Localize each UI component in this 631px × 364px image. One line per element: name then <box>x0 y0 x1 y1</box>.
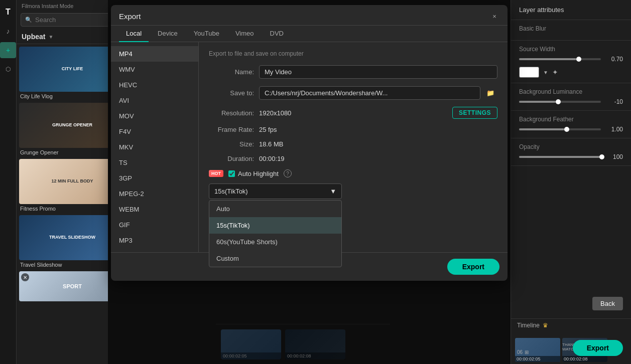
opacity-value: 100 <box>605 153 623 160</box>
category-label: Upbeat <box>22 33 45 41</box>
left-panel: T ♪ + ⬡ Filmora Instant Mode 🔍 Upbeat ▼ … <box>0 0 108 364</box>
color-row: ▼ ✦ <box>519 67 623 78</box>
export-subtitle: Export to file and save on computer <box>209 50 497 57</box>
bg-feather-section: Background Feather 1.00 <box>511 111 631 138</box>
right-panel-title: Layer attributes <box>511 0 631 20</box>
dialog-title: Export <box>119 12 141 21</box>
name-label: Name: <box>209 68 254 76</box>
clip-thumb-06: 06 ⊞ 00:00:02:05 <box>515 338 560 362</box>
bg-feather-label: Background Feather <box>519 116 623 123</box>
close-icon[interactable]: ✕ <box>21 273 29 281</box>
dialog-body: MP4 WMV HEVC AVI MOV F4V MKV TS 3GP MPEG… <box>111 42 508 252</box>
help-icon[interactable]: ? <box>284 169 292 177</box>
opacity-slider[interactable] <box>519 156 601 158</box>
source-width-value: 0.70 <box>605 56 623 63</box>
format-mkv[interactable]: MKV <box>111 139 198 155</box>
dropdown-option-custom[interactable]: Custom <box>209 250 341 267</box>
source-width-slider-row: 0.70 <box>519 56 623 63</box>
search-icon: 🔍 <box>25 17 32 23</box>
frame-rate-value: 25 fps <box>259 126 497 133</box>
clip-time-06: 00:00:02:05 <box>515 356 560 362</box>
tab-youtube[interactable]: YouTube <box>187 26 226 42</box>
music-tool[interactable]: ♪ <box>0 23 16 39</box>
dropdown-option-auto[interactable]: Auto <box>209 201 341 217</box>
bg-luminance-value: -10 <box>605 98 623 105</box>
folder-icon[interactable]: 📁 <box>483 86 497 100</box>
text-tool[interactable]: T <box>0 4 16 20</box>
bg-luminance-slider-row: -10 <box>519 98 623 105</box>
size-value: 18.6 MB <box>259 140 497 148</box>
right-panel: Layer attributes Basic Blur Source Width… <box>511 0 631 364</box>
save-to-label: Save to: <box>209 89 254 97</box>
tab-dvd[interactable]: DVD <box>263 26 291 42</box>
auto-highlight-row: HOT Auto Highlight ? <box>209 169 497 177</box>
auto-highlight-text: Auto Highlight <box>238 170 279 177</box>
tab-local[interactable]: Local <box>119 26 149 42</box>
format-hevc[interactable]: HEVC <box>111 77 198 93</box>
color-swatch[interactable] <box>519 67 539 78</box>
bg-feather-slider-row: 1.00 <box>519 126 623 133</box>
size-row: Size: 18.6 MB <box>209 140 497 148</box>
source-width-section: Source Width 0.70 ▼ ✦ <box>511 41 631 83</box>
save-to-row: Save to: 📁 <box>209 86 497 100</box>
resolution-row: Resolution: 1920x1080 SETTINGS <box>209 107 497 119</box>
chevron-down-icon: ▼ <box>48 34 53 40</box>
export-settings: Export to file and save on computer Name… <box>199 42 508 252</box>
effects-tool[interactable]: ⬡ <box>0 61 16 77</box>
duration-value: 00:00:19 <box>259 155 497 162</box>
format-webm[interactable]: WEBM <box>111 202 198 217</box>
tab-vimeo[interactable]: Vimeo <box>228 26 261 42</box>
name-input[interactable] <box>259 65 497 79</box>
dropdown-menu: Auto 15s(TikTok) 60s(YouTube Shorts) Cus… <box>209 200 342 267</box>
export-button[interactable]: Export <box>447 259 499 275</box>
bg-luminance-slider[interactable] <box>519 101 601 103</box>
bg-feather-value: 1.00 <box>605 126 623 133</box>
timeline-crown-icon: ♛ <box>543 322 548 329</box>
resolution-value: 1920x1080 <box>259 109 447 117</box>
opacity-slider-row: 100 <box>519 153 623 160</box>
frame-rate-label: Frame Rate: <box>209 126 254 133</box>
export-dialog: Export × Local Device YouTube Vimeo DVD … <box>111 5 508 281</box>
format-mp4[interactable]: MP4 <box>111 46 198 62</box>
auto-highlight-label[interactable]: Auto Highlight <box>228 170 279 177</box>
chevron-down-icon[interactable]: ▼ <box>543 70 548 75</box>
tools-bar: T ♪ + ⬡ <box>0 0 17 364</box>
dropdown-selected: 15s(TikTok) <box>214 188 248 195</box>
bg-luminance-section: Background Luminance -10 <box>511 83 631 111</box>
save-path-input[interactable] <box>259 86 480 100</box>
format-ts[interactable]: TS <box>111 155 198 170</box>
bg-feather-slider[interactable] <box>519 128 601 130</box>
format-3gp[interactable]: 3GP <box>111 170 198 186</box>
format-mpeg2[interactable]: MPEG-2 <box>111 186 198 202</box>
back-button[interactable]: Back <box>592 297 623 310</box>
duration-dropdown[interactable]: 15s(TikTok) ▼ <box>209 184 342 199</box>
close-button[interactable]: × <box>489 11 499 21</box>
auto-highlight-checkbox[interactable] <box>228 170 235 177</box>
main-area: 00:00:02:05 00:00:02:08 Export × Local D… <box>108 0 511 364</box>
resolution-label: Resolution: <box>209 109 254 117</box>
dropdown-option-tiktok15[interactable]: 15s(TikTok) <box>209 217 341 234</box>
format-mov[interactable]: MOV <box>111 108 198 124</box>
format-f4v[interactable]: F4V <box>111 124 198 139</box>
chevron-down-icon: ▼ <box>330 188 336 195</box>
folder-row: 📁 <box>259 86 497 100</box>
format-list: MP4 WMV HEVC AVI MOV F4V MKV TS 3GP MPEG… <box>111 42 199 252</box>
duration-row: Duration: 00:00:19 <box>209 155 497 162</box>
dropdown-option-youtube60[interactable]: 60s(YouTube Shorts) <box>209 234 341 250</box>
settings-button[interactable]: SETTINGS <box>452 107 497 119</box>
main-export-button[interactable]: Export <box>573 340 623 356</box>
hot-badge: HOT <box>209 170 223 177</box>
size-label: Size: <box>209 140 254 148</box>
grid-icon: ⊞ <box>525 349 529 355</box>
eyedropper-icon[interactable]: ✦ <box>552 68 558 76</box>
format-wmv[interactable]: WMV <box>111 62 198 77</box>
format-gif[interactable]: GIF <box>111 217 198 233</box>
search-input[interactable] <box>35 16 119 24</box>
add-media-tool[interactable]: + <box>0 42 16 58</box>
format-avi[interactable]: AVI <box>111 93 198 108</box>
timeline-bar: Timeline ♛ <box>511 318 631 332</box>
format-mp3[interactable]: MP3 <box>111 233 198 248</box>
opacity-section: Opacity 100 <box>511 138 631 166</box>
source-width-slider[interactable] <box>519 58 601 60</box>
tab-device[interactable]: Device <box>151 26 185 42</box>
